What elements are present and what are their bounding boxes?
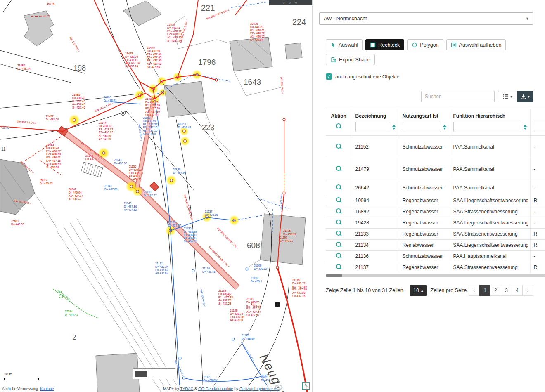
manhole-node [102, 152, 105, 154]
chevron-down-icon: ▾ [528, 95, 529, 99]
table-row: 21136SchmutzabwasserPAA.Hauptsammelkanal… [326, 251, 545, 262]
chevron-down-icon: ▾ [510, 95, 512, 99]
overview-map-widget[interactable] [133, 368, 175, 379]
column-header-bezeichnung[interactable]: Bezeichnung [355, 113, 396, 119]
cut-objects-checkbox[interactable]: ✓ [326, 73, 332, 80]
export-shape-button[interactable]: Export Shape [326, 54, 375, 65]
scrollbar-thumb[interactable] [326, 274, 342, 277]
table-row: 21137RegenabwasserSAA.Strassenentwaesser… [326, 262, 545, 273]
table-row: 21479SchmutzabwasserPAA.Sammelkanal- [326, 158, 545, 180]
polygon-icon [412, 42, 417, 48]
cell-nutzungsart: Regenabwasser [399, 206, 450, 217]
manhole-node [130, 185, 133, 188]
credit-tydac-link[interactable]: TYDAC [180, 386, 193, 391]
export-toolbar: Export Shape [326, 54, 533, 65]
scale-bar: 10 m [2, 371, 40, 381]
cell-bezeichnung: 21133 [352, 229, 399, 240]
row-detail-icon[interactable] [336, 208, 342, 214]
cell-nutzungsart: Regenabwasser [399, 229, 450, 240]
cell-funktion: PAA.Sammelkanal [450, 136, 530, 158]
cell-bezeichnung: 19428 [352, 217, 399, 229]
auswahl-button[interactable]: Auswahl [326, 39, 363, 50]
credit-geozug-link[interactable]: Geozug Ingenieure AG [239, 386, 280, 391]
scale-bar-line [4, 378, 39, 380]
row-detail-icon[interactable] [336, 197, 342, 203]
scale-bar-label: 10 m [4, 372, 39, 376]
layer-select[interactable]: AW - Normschacht ▼ [319, 12, 533, 25]
auswahl-aufheben-button[interactable]: Auswahl aufheben [446, 39, 506, 50]
filter-extra-input[interactable] [534, 122, 545, 132]
chevron-up-icon: ▴ [421, 288, 423, 293]
download-button[interactable]: ▾ [517, 91, 533, 102]
rechteck-button[interactable]: Rechteck [365, 39, 404, 50]
table-search-icon[interactable] [336, 123, 342, 129]
row-detail-icon[interactable] [336, 219, 342, 225]
export-icon [330, 57, 336, 63]
reset-extent-button[interactable]: ↖ [302, 382, 310, 390]
cell-aktion [326, 240, 352, 251]
pagination-prev[interactable]: ‹ [469, 285, 480, 296]
row-detail-icon[interactable] [336, 264, 342, 270]
column-header-funktion[interactable]: Funktion Hierarchisch [453, 113, 527, 119]
attribution-left: Amtliche Vermessung, Kantone [0, 385, 56, 392]
row-detail-icon[interactable] [336, 184, 342, 190]
pagination-page-3[interactable]: 3 [501, 285, 512, 296]
pagination-next[interactable]: › [522, 285, 533, 296]
table-row: 10094RegenabwasserSAA.Liegenschaftsentwa… [326, 195, 545, 206]
map-toolbar[interactable]: ○ ○ ○ [269, 0, 312, 5]
page-size-select[interactable]: 10 ▴ [410, 285, 427, 296]
credit-geodatenonline-link[interactable]: GO Geodatenonline [198, 386, 233, 391]
cell-funktion: SAA.Strassenentwaesserung [450, 206, 530, 217]
cell-aktion [326, 158, 352, 180]
manhole-node [170, 179, 173, 182]
rectangle-icon [370, 42, 376, 48]
row-detail-icon[interactable] [336, 230, 342, 236]
rows-info: Zeige Zeile 1 bis 10 von 31 Zeilen. [326, 288, 405, 293]
row-detail-icon[interactable] [336, 241, 342, 248]
row-detail-icon[interactable] [336, 165, 342, 172]
pagination-page-2[interactable]: 2 [490, 285, 501, 296]
filter-funktion-input[interactable] [453, 122, 521, 132]
search-input[interactable] [421, 91, 495, 102]
sort-bezeichnung[interactable] [392, 125, 396, 130]
cell-funktion: SAA.Strassenentwaesserung [450, 262, 530, 273]
cell-nutzungsart: Reinabwasser [399, 240, 450, 251]
download-icon [521, 94, 526, 99]
stairs-symbol [81, 162, 103, 177]
cell-aktion [326, 180, 352, 195]
cell-nutzungsart: Schmutzabwasser [399, 251, 450, 262]
selection-panel: AW - Normschacht ▼ Auswahl Rechteck Poly… [312, 0, 545, 392]
manhole-node [136, 190, 139, 193]
column-header-extra [534, 113, 545, 119]
cell-nutzungsart: Regenabwasser [399, 262, 450, 273]
table-row: 21133RegenabwasserSAA.Strassenentwaesser… [326, 229, 545, 240]
row-detail-icon[interactable] [336, 253, 342, 259]
polygon-button[interactable]: Polygon [407, 39, 443, 50]
sort-nutzungsart[interactable] [443, 125, 446, 130]
row-detail-icon[interactable] [336, 143, 342, 149]
pagination-page-1[interactable]: 1 [479, 285, 490, 296]
map-canvas[interactable]: 4577621486 D= 439.1421485 D= 438.49 E= 4… [0, 0, 312, 392]
table-row: 19428RegenabwasserSAA.Liegenschaftsentwa… [326, 217, 545, 229]
cell-bezeichnung: 26642 [352, 180, 399, 195]
map-toolbar-dots-icon[interactable]: ○ ○ ○ [283, 1, 299, 5]
column-header-nutzungsart[interactable]: Nutzungsart Ist [403, 113, 446, 119]
manhole-node [183, 130, 185, 132]
overview-map-extent [135, 371, 147, 377]
cell-extra: R [530, 262, 545, 273]
cell-extra: R [530, 195, 545, 206]
cell-aktion [326, 251, 352, 262]
table-horizontal-scrollbar[interactable] [326, 274, 545, 277]
columns-button[interactable]: ▾ [498, 91, 517, 102]
pagination-page-4[interactable]: 4 [512, 285, 523, 296]
cell-bezeichnung: 16892 [352, 206, 399, 217]
cell-aktion [326, 217, 352, 229]
filter-nutzungsart-input[interactable] [403, 122, 441, 132]
cell-extra: - [530, 206, 545, 217]
app-root: 4577621486 D= 439.1421485 D= 438.49 E= 4… [0, 0, 545, 392]
sort-funktion[interactable] [524, 125, 527, 130]
attribution-kantone-link[interactable]: Kantone [40, 387, 54, 391]
cell-funktion: PAA.Hauptsammelkanal [450, 251, 530, 262]
cell-extra: - [530, 180, 545, 195]
filter-bezeichnung-input[interactable] [355, 122, 390, 132]
